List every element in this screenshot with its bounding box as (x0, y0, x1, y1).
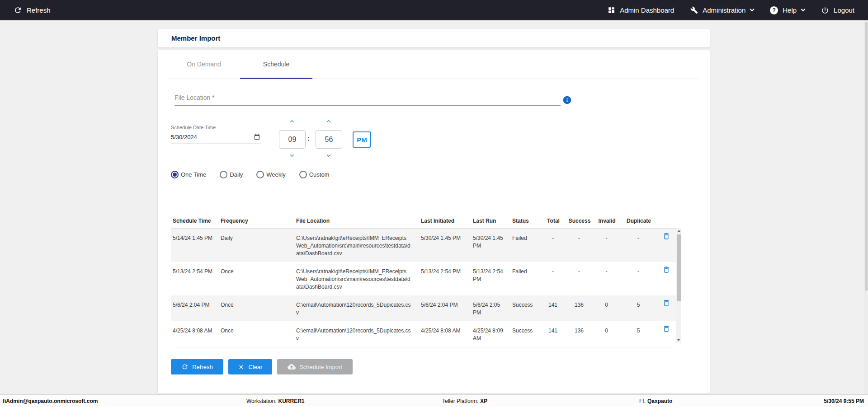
hour-decrement-chevron-down-icon[interactable] (286, 152, 298, 159)
radio-custom[interactable]: Custom (299, 171, 330, 178)
cell-last-initiated: 5/6/24 2:04 PM (419, 295, 471, 321)
delete-row-button[interactable] (662, 299, 670, 309)
hour-increment-chevron-up-icon[interactable] (286, 117, 298, 125)
cell-total: - (542, 262, 566, 295)
cell-total: - (542, 228, 566, 262)
cell-duplicate: 5 (620, 295, 658, 321)
refresh-button[interactable]: Refresh (171, 359, 223, 374)
radio-icon (220, 171, 227, 178)
delete-row-button[interactable] (662, 232, 670, 242)
help-menu-item[interactable]: Help (770, 6, 805, 14)
minute-decrement-chevron-down-icon[interactable] (323, 152, 335, 159)
scroll-up-arrow-icon[interactable] (677, 230, 681, 232)
admin-dashboard-label: Admin Dashboard (620, 6, 674, 14)
table-row: 5/6/24 2:04 PM Once C:\email\Automation\… (171, 295, 676, 321)
help-label: Help (783, 6, 797, 14)
scroll-down-arrow-icon[interactable] (677, 339, 680, 341)
power-icon (821, 6, 829, 14)
table-row: 5/13/24 2:54 PM Once C:\Users\ratnak\git… (171, 262, 676, 295)
radio-one-time[interactable]: One Time (171, 171, 206, 178)
trash-icon (662, 232, 670, 240)
table-row: 4/25/24 8:08 AM Once C:\email\Automation… (171, 321, 676, 347)
tab-schedule[interactable]: Schedule (240, 50, 312, 79)
cloud-upload-icon (288, 363, 296, 371)
col-schedule-time: Schedule Time (171, 215, 219, 228)
cell-duplicate: - (620, 228, 658, 262)
cell-success: 136 (566, 295, 594, 321)
radio-icon (299, 171, 307, 178)
trash-icon (662, 299, 670, 307)
col-file-location: File Location (294, 215, 419, 228)
meridiem-toggle-button[interactable]: PM (353, 131, 371, 148)
minute-input[interactable] (316, 130, 342, 149)
administration-label: Administration (703, 6, 745, 14)
cell-last-run: 5/30/24 1:45 PM (471, 228, 510, 262)
calendar-icon[interactable] (254, 134, 260, 142)
cell-invalid: - (594, 228, 620, 262)
cell-invalid: 0 (594, 295, 620, 321)
cell-frequency: Once (219, 295, 294, 321)
cell-status: Success (510, 321, 542, 347)
chevron-down-icon (801, 7, 806, 11)
schedule-datetime-label: Schedule Date Time (171, 125, 216, 130)
refresh-menu-label: Refresh (27, 6, 51, 14)
col-invalid: Invalid (594, 215, 620, 228)
workstation-label: Workstation: (246, 398, 276, 404)
cell-success: - (566, 262, 594, 295)
footer-status-bar: fiAdmin@qaxpauto.onmicrosoft.com Worksta… (0, 394, 868, 407)
radio-label: Daily (230, 171, 243, 178)
delete-row-button[interactable] (662, 325, 670, 334)
table-scrollbar[interactable] (676, 228, 681, 343)
file-location-input[interactable] (175, 92, 561, 106)
page-scrollbar[interactable] (864, 20, 868, 394)
date-input[interactable] (171, 133, 261, 144)
cell-last-run: 5/6/24 2:05 PM (471, 295, 510, 321)
dashboard-icon (608, 6, 615, 14)
footer-user-email: fiAdmin@qaxpauto.onmicrosoft.com (3, 398, 98, 404)
page-scrollbar-thumb[interactable] (865, 22, 868, 291)
radio-daily[interactable]: Daily (220, 171, 243, 178)
cell-file-location: C:\email\Automation\120records_5Dupicate… (294, 321, 419, 347)
cell-last-run: 4/25/24 8:09 AM (471, 321, 510, 347)
cell-status: Success (510, 295, 542, 321)
col-actions (658, 215, 676, 228)
col-last-run: Last Run (471, 215, 510, 228)
cell-schedule-time: 4/25/24 8:08 AM (171, 321, 219, 347)
refresh-menu-item[interactable]: Refresh (14, 6, 51, 14)
frequency-radio-group: One Time Daily Weekly Custom (171, 171, 329, 178)
teller-platform-value: XP (480, 398, 487, 404)
cell-schedule-time: 5/14/24 1:45 PM (171, 228, 219, 262)
schedule-import-button[interactable]: Schedule Import (277, 359, 353, 374)
minute-increment-chevron-up-icon[interactable] (323, 117, 335, 125)
logout-menu-item[interactable]: Logout (821, 6, 854, 14)
page-title-card: Member Import (158, 29, 710, 47)
hour-input[interactable] (279, 130, 306, 149)
trash-icon (662, 266, 670, 274)
date-field (171, 133, 261, 144)
tab-on-demand[interactable]: On Demand (168, 50, 240, 79)
cell-schedule-time: 5/6/24 2:04 PM (171, 295, 219, 321)
admin-dashboard-menu-item[interactable]: Admin Dashboard (608, 6, 674, 14)
cell-last-initiated: 4/25/24 8:08 AM (419, 321, 471, 347)
cell-frequency: Once (219, 321, 294, 347)
wrench-icon (690, 6, 698, 14)
col-status: Status (510, 215, 542, 228)
time-colon (307, 135, 310, 142)
cell-actions (658, 262, 676, 295)
table-body: 5/14/24 1:45 PM Daily C:\Users\ratnak\gi… (171, 228, 676, 347)
radio-weekly[interactable]: Weekly (256, 171, 285, 178)
delete-row-button[interactable] (662, 266, 670, 275)
administration-menu-item[interactable]: Administration (690, 6, 754, 14)
col-frequency: Frequency (219, 215, 294, 228)
clear-button[interactable]: Clear (228, 359, 272, 374)
cell-total: 141 (542, 321, 566, 347)
radio-icon (256, 171, 264, 178)
table-scrollbar-thumb[interactable] (677, 234, 681, 301)
help-icon (770, 6, 778, 14)
cell-duplicate: - (620, 262, 658, 295)
info-icon[interactable] (562, 95, 572, 105)
clear-button-label: Clear (248, 364, 262, 370)
cell-success: - (566, 228, 594, 262)
footer-datetime: 5/30/24 9:55 PM (824, 398, 864, 404)
trash-icon (662, 325, 670, 333)
